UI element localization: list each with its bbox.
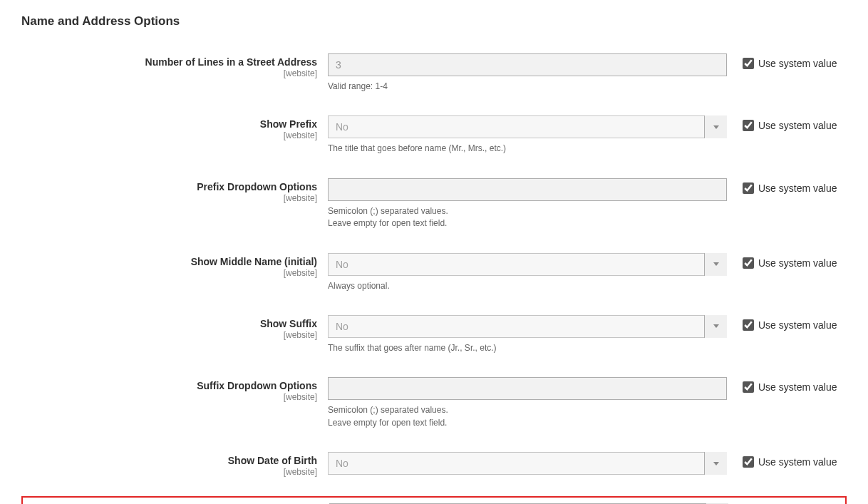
checkbox-col: Use system value	[727, 115, 837, 131]
checkbox-col: Use system value	[727, 178, 837, 194]
help-text: Semicolon (;) separated values. Leave em…	[328, 205, 727, 230]
checkbox-col: Use system value	[727, 53, 837, 69]
field-prefix-options: Prefix Dropdown Options [website] Semico…	[21, 175, 847, 234]
input-col: No Always optional.	[328, 253, 727, 292]
field-label: Suffix Dropdown Options	[197, 380, 317, 391]
label-col: Prefix Dropdown Options [website]	[21, 178, 328, 203]
scope-label: [website]	[21, 68, 317, 78]
field-show-prefix: Show Prefix [website] No The title that …	[21, 112, 847, 158]
show-suffix-use-system-checkbox[interactable]	[743, 319, 754, 331]
scope-label: [website]	[21, 193, 317, 203]
select-wrap: No	[328, 452, 727, 475]
use-system-label[interactable]: Use system value	[758, 319, 837, 331]
help-text: Valid range: 1-4	[328, 81, 727, 93]
use-system-label[interactable]: Use system value	[758, 456, 837, 468]
label-col: Suffix Dropdown Options [website]	[21, 377, 328, 402]
scope-label: [website]	[21, 130, 317, 140]
checkbox-col: Use system value	[727, 452, 837, 468]
field-street-lines: Number of Lines in a Street Address [web…	[21, 50, 847, 96]
scope-label: [website]	[21, 330, 317, 340]
input-col: Semicolon (;) separated values. Leave em…	[328, 178, 727, 230]
help-text: Always optional.	[328, 280, 727, 292]
label-col: Number of Lines in a Street Address [web…	[21, 53, 328, 78]
scope-label: [website]	[21, 268, 317, 278]
show-middle-use-system-checkbox[interactable]	[743, 257, 754, 269]
field-label: Show Prefix	[260, 118, 317, 130]
help-text: The title that goes before name (Mr., Mr…	[328, 143, 727, 155]
use-system-label[interactable]: Use system value	[758, 58, 837, 69]
input-col: No	[328, 452, 727, 475]
label-col: Show Date of Birth [website]	[21, 452, 328, 477]
show-suffix-select[interactable]: No	[328, 315, 727, 338]
field-show-dob: Show Date of Birth [website] No Use syst…	[21, 448, 847, 480]
section-title: Name and Address Options	[21, 14, 847, 29]
input-col: Semicolon (;) separated values. Leave em…	[328, 377, 727, 429]
scope-label: [website]	[21, 392, 317, 402]
suffix-options-use-system-checkbox[interactable]	[743, 381, 754, 393]
field-label: Number of Lines in a Street Address	[145, 56, 317, 68]
use-system-label[interactable]: Use system value	[758, 257, 837, 269]
help-text: The suffix that goes after name (Jr., Sr…	[328, 342, 727, 354]
select-wrap: No	[328, 115, 727, 138]
street-lines-use-system-checkbox[interactable]	[743, 58, 754, 69]
label-col: Show Suffix [website]	[21, 315, 328, 340]
show-prefix-use-system-checkbox[interactable]	[743, 120, 754, 131]
show-prefix-select[interactable]: No	[328, 115, 727, 138]
checkbox-col: Use system value	[727, 253, 837, 269]
field-suffix-options: Suffix Dropdown Options [website] Semico…	[21, 374, 847, 433]
street-lines-input[interactable]	[328, 53, 727, 76]
checkbox-col: Use system value	[727, 315, 837, 331]
field-show-taxvat: Show Tax/VAT Number [website] No Use sys…	[21, 496, 847, 504]
input-col: No The title that goes before name (Mr.,…	[328, 115, 727, 155]
use-system-label[interactable]: Use system value	[758, 120, 837, 131]
select-wrap: No	[328, 315, 727, 338]
input-col: No The suffix that goes after name (Jr.,…	[328, 315, 727, 354]
show-middle-select[interactable]: No	[328, 253, 727, 276]
field-label: Show Middle Name (initial)	[191, 256, 317, 267]
show-dob-use-system-checkbox[interactable]	[743, 456, 754, 468]
label-col: Show Middle Name (initial) [website]	[21, 253, 328, 278]
use-system-label[interactable]: Use system value	[758, 182, 837, 194]
field-label: Prefix Dropdown Options	[197, 181, 317, 192]
field-show-suffix: Show Suffix [website] No The suffix that…	[21, 312, 847, 358]
prefix-options-input[interactable]	[328, 178, 727, 201]
input-col: Valid range: 1-4	[328, 53, 727, 93]
use-system-label[interactable]: Use system value	[758, 381, 837, 393]
scope-label: [website]	[21, 467, 317, 477]
suffix-options-input[interactable]	[328, 377, 727, 400]
checkbox-col: Use system value	[727, 377, 837, 393]
prefix-options-use-system-checkbox[interactable]	[743, 182, 754, 194]
field-show-middle: Show Middle Name (initial) [website] No …	[21, 250, 847, 296]
field-label: Show Suffix	[260, 318, 317, 329]
select-wrap: No	[328, 253, 727, 276]
field-label: Show Date of Birth	[228, 455, 317, 466]
help-text: Semicolon (;) separated values. Leave em…	[328, 404, 727, 429]
label-col: Show Prefix [website]	[21, 115, 328, 140]
show-dob-select[interactable]: No	[328, 452, 727, 475]
